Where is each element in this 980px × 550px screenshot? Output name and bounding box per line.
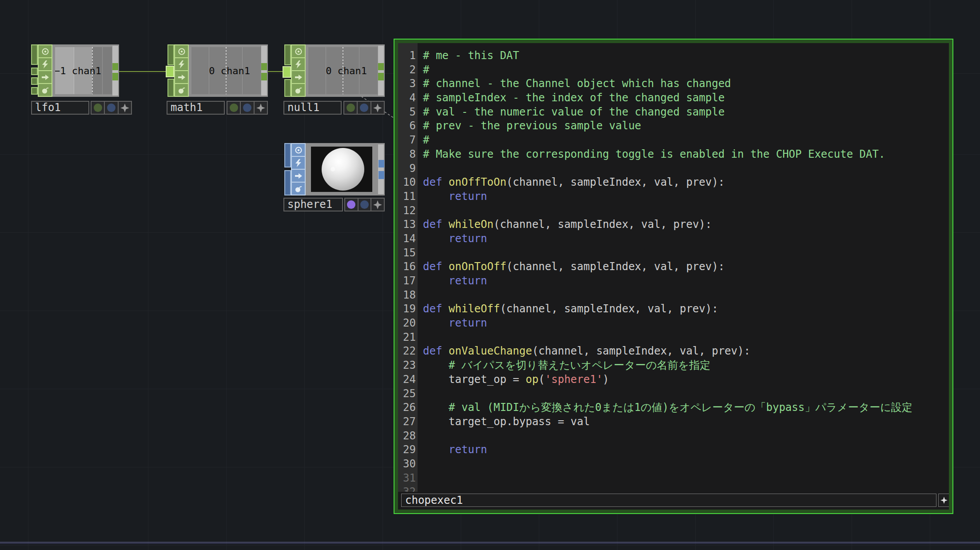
code-line[interactable]: 24 target_op = op('sphere1') bbox=[398, 373, 949, 387]
code-line[interactable]: 12 bbox=[398, 204, 949, 218]
export-arrow-icon[interactable] bbox=[292, 71, 305, 84]
code-text-area[interactable]: 1# me - this DAT2#3# channel - the Chann… bbox=[398, 49, 949, 492]
code-line[interactable]: 20 return bbox=[398, 316, 949, 331]
code-line[interactable]: 13def whileOn(channel, sampleIndex, val,… bbox=[398, 218, 949, 232]
pane-divider-shadow bbox=[0, 543, 980, 544]
code-line[interactable]: 2# bbox=[398, 63, 949, 77]
bypass-flag-icon[interactable] bbox=[39, 58, 52, 71]
code-line[interactable]: 1# me - this DAT bbox=[398, 49, 949, 63]
node-name-sphere1[interactable]: sphere1 bbox=[283, 198, 343, 211]
node-body-math1[interactable]: 0 chan1 bbox=[189, 44, 268, 97]
star-flag-icon[interactable] bbox=[371, 199, 384, 211]
export-arrow-icon[interactable] bbox=[175, 71, 188, 84]
code-line[interactable]: 22def onValueChange(channel, sampleIndex… bbox=[398, 344, 949, 359]
flag-square[interactable] bbox=[31, 87, 38, 95]
star-button[interactable] bbox=[938, 494, 949, 507]
flag-square[interactable] bbox=[284, 143, 291, 167]
code-line[interactable]: 25 bbox=[398, 387, 949, 401]
output-connector[interactable] bbox=[378, 160, 384, 167]
line-number: 3 bbox=[398, 77, 416, 91]
render-flag[interactable] bbox=[227, 102, 241, 114]
code-line[interactable]: 5# val - the numeric value of the change… bbox=[398, 105, 949, 120]
code-line[interactable]: 16def onOnToOff(channel, sampleIndex, va… bbox=[398, 260, 949, 274]
flag-square[interactable] bbox=[31, 68, 38, 75]
line-number: 31 bbox=[398, 471, 416, 486]
dat-editor-viewport[interactable]: 1# me - this DAT2#3# channel - the Chann… bbox=[398, 43, 949, 510]
output-strip bbox=[112, 46, 118, 96]
code-line[interactable]: 7# bbox=[398, 133, 949, 147]
output-strip bbox=[378, 144, 384, 194]
code-line[interactable]: 32 bbox=[398, 485, 949, 492]
code-line[interactable]: 28 bbox=[398, 429, 949, 443]
code-line[interactable]: 26 # val (MIDIから変換された0または1の値)をオペレーターの「by… bbox=[398, 401, 949, 415]
viewer-flag-icon[interactable] bbox=[292, 45, 305, 58]
star-flag-icon[interactable] bbox=[119, 102, 131, 114]
output-connector[interactable] bbox=[112, 63, 118, 70]
code-line[interactable]: 30 bbox=[398, 457, 949, 471]
bypass-flag-icon[interactable] bbox=[175, 58, 188, 71]
render-flag[interactable] bbox=[344, 102, 358, 114]
bomb-flag-icon[interactable] bbox=[175, 84, 188, 96]
flag-square[interactable] bbox=[284, 79, 291, 97]
flag-square[interactable] bbox=[284, 170, 291, 195]
code-line[interactable]: 29 return bbox=[398, 443, 949, 457]
line-number: 13 bbox=[398, 218, 416, 232]
operator-name-field[interactable]: chopexec1 bbox=[401, 494, 936, 507]
star-flag-icon[interactable] bbox=[255, 102, 267, 114]
flag-square[interactable] bbox=[284, 44, 291, 65]
node-body-lfo1[interactable]: −1 chan1 bbox=[52, 44, 119, 97]
export-arrow-icon[interactable] bbox=[292, 170, 305, 183]
code-line[interactable]: 18 bbox=[398, 288, 949, 303]
code-line[interactable]: 17 return bbox=[398, 274, 949, 288]
node-name-lfo1[interactable]: lfo1 bbox=[31, 101, 89, 115]
bypass-flag-icon[interactable] bbox=[292, 157, 305, 170]
bypass-flag-icon[interactable] bbox=[292, 58, 305, 71]
output-connector[interactable] bbox=[378, 63, 384, 70]
line-number: 23 bbox=[398, 359, 416, 373]
code-line[interactable]: 10def onOffToOn(channel, sampleIndex, va… bbox=[398, 175, 949, 190]
render-flag[interactable] bbox=[92, 102, 105, 114]
code-line[interactable]: 21 bbox=[398, 331, 949, 345]
code-line[interactable]: 31 bbox=[398, 471, 949, 486]
display-flag[interactable] bbox=[358, 102, 371, 114]
code-line[interactable]: 14 return bbox=[398, 232, 949, 246]
pane-divider[interactable] bbox=[0, 542, 980, 542]
viewer-flag-icon[interactable] bbox=[39, 45, 52, 58]
output-connector[interactable] bbox=[112, 73, 118, 80]
code-line[interactable]: 11 return bbox=[398, 190, 949, 204]
input-connector[interactable] bbox=[166, 66, 174, 77]
input-connector[interactable] bbox=[283, 66, 291, 78]
viewer-flag-icon[interactable] bbox=[175, 45, 188, 58]
output-connector[interactable] bbox=[378, 73, 384, 80]
star-flag-icon[interactable] bbox=[371, 102, 384, 114]
bomb-flag-icon[interactable] bbox=[39, 84, 52, 96]
code-line[interactable]: 15 bbox=[398, 246, 949, 260]
bomb-flag-icon[interactable] bbox=[292, 84, 305, 96]
code-line[interactable]: 19def whileOff(channel, sampleIndex, val… bbox=[398, 302, 949, 316]
flag-square[interactable] bbox=[31, 44, 38, 65]
code-line[interactable]: 23 # バイパスを切り替えたいオペレーターの名前を指定 bbox=[398, 359, 949, 373]
flag-square[interactable] bbox=[167, 79, 174, 97]
export-arrow-icon[interactable] bbox=[39, 71, 52, 84]
node-name-null1[interactable]: null1 bbox=[283, 101, 342, 115]
bomb-flag-icon[interactable] bbox=[292, 183, 305, 195]
viewer-flag-icon[interactable] bbox=[292, 144, 305, 157]
flag-square[interactable] bbox=[31, 77, 38, 85]
code-line[interactable]: 9 bbox=[398, 162, 949, 176]
code-line[interactable]: 8# Make sure the corresponding toggle is… bbox=[398, 147, 949, 162]
output-connector[interactable] bbox=[261, 63, 267, 70]
render-flag[interactable] bbox=[359, 199, 372, 211]
flag-square[interactable] bbox=[167, 44, 174, 65]
display-flag[interactable] bbox=[241, 102, 254, 114]
display-flag[interactable] bbox=[345, 199, 359, 211]
display-flag[interactable] bbox=[105, 102, 118, 114]
code-line[interactable]: 3# channel - the Channel object which ha… bbox=[398, 77, 949, 91]
output-connector[interactable] bbox=[261, 73, 267, 80]
code-line[interactable]: 4# sampleIndex - the index of the change… bbox=[398, 91, 949, 105]
code-line[interactable]: 6# prev - the previous sample value bbox=[398, 119, 949, 133]
code-line[interactable]: 27 target_op.bypass = val bbox=[398, 415, 949, 429]
node-name-math1[interactable]: math1 bbox=[167, 101, 225, 115]
node-body-null1[interactable]: 0 chan1 bbox=[306, 44, 385, 97]
node-body-sphere1[interactable] bbox=[306, 143, 385, 195]
output-connector[interactable] bbox=[378, 171, 384, 179]
